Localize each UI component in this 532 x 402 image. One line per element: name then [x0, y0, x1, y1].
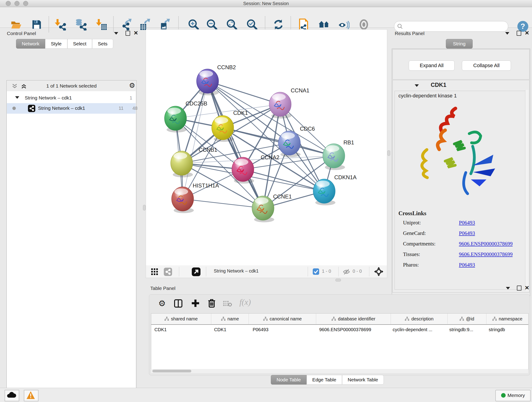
toolbar-separator	[179, 267, 179, 276]
node-label: CDKN1A	[334, 174, 356, 180]
string-network-graph[interactable]: CCNB2CCNA1CDC25BCDK1CDC6RB1CCNB1CCNA2CDK…	[146, 30, 387, 266]
node-label: CCNB1	[199, 147, 217, 153]
table-settings-gear-icon[interactable]: ⚙	[158, 299, 166, 308]
crosslink-tissues-link[interactable]: 9606.ENSP00000378699	[459, 251, 513, 257]
import-network-database-icon[interactable]	[75, 19, 87, 31]
collapse-all-button[interactable]: Collapse All	[462, 61, 511, 70]
tab-network[interactable]: Network	[16, 39, 45, 49]
network-node[interactable]: RB1	[323, 139, 354, 170]
crosslink-compartments-link[interactable]: 9606.ENSP00000378699	[459, 241, 513, 247]
panel-menu-icon[interactable]	[114, 32, 118, 35]
column-header[interactable]: @id	[448, 313, 486, 324]
import-network-file-icon[interactable]	[54, 19, 66, 31]
column-header[interactable]: name	[211, 313, 249, 324]
birds-eye-view-icon[interactable]	[151, 268, 158, 275]
export-image-icon[interactable]	[159, 19, 171, 31]
cloud-button[interactable]	[5, 390, 19, 401]
float-panel-icon[interactable]	[517, 286, 521, 291]
fit-content-crosshair-icon[interactable]	[374, 267, 384, 276]
zoom-out-icon[interactable]	[206, 19, 218, 31]
refresh-icon[interactable]	[272, 19, 284, 31]
tree-expander-icon[interactable]	[15, 96, 19, 99]
network-node[interactable]: CCNE1	[252, 193, 292, 222]
network-canvas[interactable]: CCNB2CCNA1CDC25BCDK1CDC6RB1CCNB1CCNA2CDK…	[146, 29, 387, 266]
network-node[interactable]: CCNA1	[269, 87, 309, 119]
crosslink-pharos-link[interactable]: P06493	[459, 262, 475, 268]
panel-menu-icon[interactable]	[505, 32, 509, 35]
selected-node-edge-counts: 1 - 0	[322, 269, 331, 274]
crosslink-genecard-link[interactable]: P06493	[459, 230, 475, 236]
open-in-window-icon[interactable]	[192, 268, 201, 276]
network-node[interactable]: CCNB2	[196, 64, 236, 95]
tab-node-table[interactable]: Node Table	[271, 375, 307, 385]
network-node[interactable]: CCNB1	[171, 147, 217, 177]
delete-column-icon[interactable]	[207, 299, 216, 308]
column-header[interactable]: namespace	[486, 313, 528, 324]
network-node[interactable]: HIST1H1A	[172, 182, 219, 213]
node-label: CDC25B	[186, 100, 207, 107]
tab-network-table[interactable]: Network Table	[342, 375, 384, 385]
warnings-button[interactable]	[24, 390, 38, 401]
crosslink-uniprot-link[interactable]: P06493	[459, 220, 475, 226]
network-node[interactable]: CDK1	[212, 110, 248, 142]
network-share-icon[interactable]	[164, 268, 172, 276]
table-horizontal-scrollbar[interactable]	[151, 369, 528, 373]
network-node[interactable]: CDKN1A	[313, 174, 356, 205]
column-header[interactable]: canonical name	[249, 313, 316, 324]
network-edge[interactable]	[183, 199, 263, 208]
tab-select[interactable]: Select	[67, 39, 92, 49]
selected-checkbox-icon[interactable]	[313, 268, 319, 275]
column-header[interactable]: description	[391, 313, 448, 324]
network-document-icon[interactable]	[298, 19, 310, 31]
right-splitter-handle[interactable]	[387, 150, 390, 156]
gear-icon[interactable]: ⚙	[129, 81, 135, 89]
tab-sets[interactable]: Sets	[92, 39, 113, 49]
open-session-icon[interactable]	[10, 19, 22, 31]
panel-menu-icon[interactable]	[506, 287, 510, 289]
scrollbar-thumb[interactable]	[152, 370, 191, 372]
show-hide-graphics-icon[interactable]	[338, 19, 350, 31]
network-node[interactable]: CCNA2	[232, 154, 279, 184]
network-node[interactable]: CDC25B	[165, 100, 207, 133]
memory-button[interactable]: Memory	[495, 390, 531, 401]
zoom-fit-icon[interactable]	[226, 19, 238, 31]
eye-disabled-icon	[358, 19, 370, 31]
delete-table-icon	[223, 300, 232, 307]
column-header[interactable]: shared name	[151, 313, 211, 324]
node-label: CCNA1	[291, 87, 309, 94]
zoom-selected-icon[interactable]	[246, 19, 258, 31]
save-session-icon[interactable]	[31, 19, 43, 31]
float-panel-icon[interactable]	[517, 31, 521, 36]
tab-edge-table[interactable]: Edge Table	[307, 375, 342, 385]
zoom-in-icon[interactable]	[188, 19, 200, 31]
close-panel-icon[interactable]: ✕	[525, 286, 529, 290]
network-edge[interactable]	[243, 169, 324, 191]
expand-all-button[interactable]: Expand All	[409, 61, 455, 70]
window-title: Session: New Session	[0, 1, 532, 6]
table-row[interactable]: CDK1 CDK1 P06493 9606.ENSP00000378699 cy…	[151, 325, 528, 335]
results-panel-title: Results Panel	[395, 31, 424, 36]
show-columns-icon[interactable]	[174, 299, 183, 308]
bottom-splitter-handle[interactable]	[336, 279, 341, 281]
left-splitter-handle[interactable]	[143, 205, 146, 211]
section-expander-icon[interactable]	[415, 84, 419, 87]
tab-style[interactable]: Style	[45, 39, 67, 49]
network-row[interactable]: String Network – cdk1 11 48	[7, 103, 136, 114]
export-table-icon[interactable]	[139, 19, 151, 31]
close-panel-icon[interactable]: ✕	[133, 31, 138, 35]
results-scrollbar[interactable]	[525, 90, 529, 291]
network-collection-row[interactable]: String Network – cdk1 1	[7, 93, 136, 103]
export-network-icon[interactable]	[121, 19, 133, 31]
network-view-title: String Network – cdk1	[214, 268, 259, 274]
add-column-icon[interactable]	[191, 299, 200, 308]
float-panel-icon[interactable]	[126, 31, 130, 36]
homes-icon[interactable]	[318, 19, 330, 31]
gene-result-section: CDK1 cyclin-dependent kinase 1	[393, 80, 530, 293]
import-table-icon[interactable]	[95, 19, 107, 31]
node-label: CCNE1	[273, 193, 292, 200]
network-edge[interactable]	[208, 81, 263, 208]
tab-string[interactable]: String	[446, 39, 473, 49]
table-panel: Table Panel ✕ ⚙ f(x) shared name name ca…	[148, 281, 531, 385]
close-panel-icon[interactable]: ✕	[525, 31, 529, 35]
column-header[interactable]: database identifier	[316, 313, 391, 324]
